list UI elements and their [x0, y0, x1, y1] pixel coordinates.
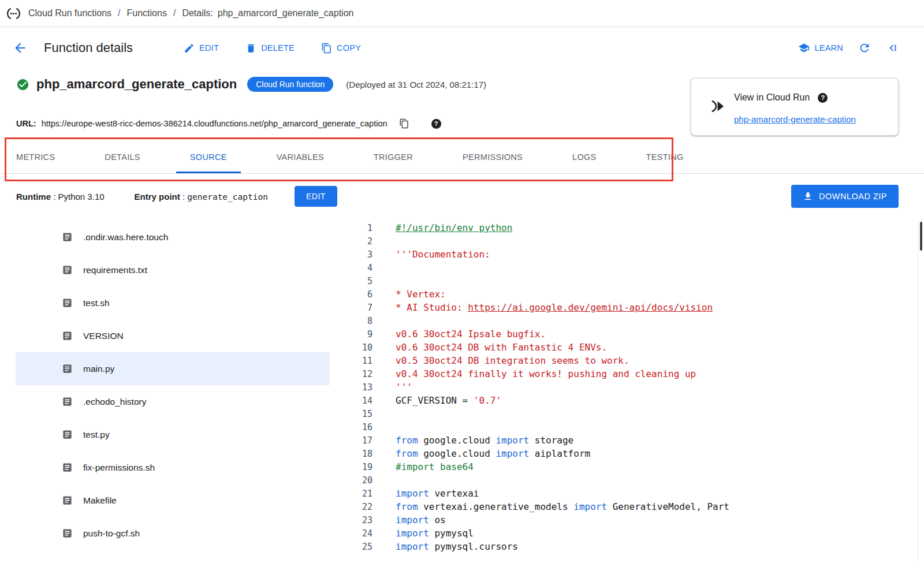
source-toolbar: Runtime : Python 3.10 Entry point : gene…: [0, 174, 924, 218]
code-line: 7* AI Studio: https://ai.google.dev/gemi…: [344, 301, 924, 314]
code-line: 24import pymysql: [344, 527, 924, 540]
deployed-timestamp: (Deployed at 31 Oct 2024, 08:21:17): [346, 80, 486, 90]
file-row[interactable]: test.sh: [16, 286, 330, 319]
code-text: v0.4 30oct24 finally it works! pushing a…: [396, 368, 696, 379]
header-actions: EDIT DELETE COPY: [184, 43, 361, 54]
file-row[interactable]: fix-permissions.sh: [16, 451, 330, 484]
tab-details[interactable]: DETAILS: [91, 143, 154, 173]
code-text: v0.6 30oct24 Ipsale bugfix.: [396, 329, 546, 340]
code-text: v0.6 30oct24 DB with Fantastic 4 ENVs.: [396, 342, 607, 353]
code-text: from google.cloud import storage: [396, 435, 573, 446]
delete-button[interactable]: DELETE: [245, 43, 295, 54]
file-row[interactable]: .ondir.was.here.touch: [16, 221, 330, 253]
tab-trigger[interactable]: TRIGGER: [360, 143, 427, 173]
line-number: 16: [344, 422, 372, 432]
pencil-icon: [184, 43, 195, 54]
download-zip-button[interactable]: DOWNLOAD ZIP: [791, 185, 899, 208]
line-number: 7: [344, 303, 372, 313]
url-help-icon[interactable]: ?: [431, 119, 441, 129]
file-row[interactable]: push-to-gcf.sh: [16, 517, 330, 550]
tab-metrics[interactable]: METRICS: [2, 143, 69, 173]
breadcrumb-functions[interactable]: Functions: [127, 8, 167, 18]
file-row[interactable]: requirements.txt: [16, 253, 330, 286]
code-line: 11v0.5 30oct24 DB integration seems to w…: [344, 354, 924, 367]
copy-button-label: COPY: [337, 43, 361, 53]
file-icon: [62, 462, 73, 473]
code-text: '''Documentation:: [396, 249, 490, 260]
file-name: .ondir.was.here.touch: [83, 232, 168, 243]
code-scrollbar-track[interactable]: [918, 219, 924, 562]
file-row[interactable]: main.py: [16, 352, 330, 385]
file-icon: [62, 429, 73, 440]
copy-icon: [321, 43, 332, 54]
breadcrumb-details-label: Details:: [182, 8, 213, 18]
header-row: Function details EDIT DELETE COPY LEARN: [0, 27, 924, 69]
tab-testing[interactable]: TESTING: [632, 143, 698, 173]
url-copy-icon[interactable]: [399, 118, 409, 129]
line-number: 15: [344, 409, 372, 419]
file-row[interactable]: test.py: [16, 418, 330, 451]
line-number: 6: [344, 289, 372, 300]
line-number: 8: [344, 316, 372, 326]
tab-logs[interactable]: LOGS: [558, 143, 610, 173]
url-value: https://europe-west8-ricc-demos-386214.c…: [42, 119, 388, 128]
learn-button[interactable]: LEARN: [798, 42, 843, 54]
tabs-row: METRICSDETAILSSOURCEVARIABLESTRIGGERPERM…: [0, 143, 924, 174]
function-title-row: php_amarcord_generate_caption Cloud Run …: [16, 77, 486, 92]
file-name: push-to-gcf.sh: [83, 528, 140, 539]
line-number: 14: [344, 396, 372, 406]
code-line: 20: [344, 473, 924, 487]
file-list: .ondir.was.here.touchrequirements.txttes…: [0, 218, 344, 563]
file-icon: [62, 396, 73, 407]
card-help-icon[interactable]: ?: [818, 93, 828, 103]
download-zip-label: DOWNLOAD ZIP: [819, 192, 887, 201]
code-text: v0.5 30oct24 DB integration seems to wor…: [396, 355, 629, 366]
code-line: 8: [344, 314, 924, 327]
copy-button[interactable]: COPY: [321, 43, 361, 54]
line-number: 13: [344, 382, 372, 393]
file-row[interactable]: .echodo_history: [16, 385, 330, 418]
code-line: 23import os: [344, 513, 924, 527]
line-number: 1: [344, 223, 372, 233]
code-text: import pymysql: [396, 528, 474, 539]
file-row[interactable]: VERSION: [16, 319, 330, 352]
breadcrumb-bar: Cloud Run functions / Functions / Detail…: [0, 0, 924, 27]
card-title: View in Cloud Run: [734, 92, 810, 103]
file-name: VERSION: [83, 331, 124, 341]
url-label: URL:: [16, 119, 36, 128]
tab-permissions[interactable]: PERMISSIONS: [449, 143, 536, 173]
tab-variables[interactable]: VARIABLES: [263, 143, 338, 173]
entry-point-value: generate_caption: [187, 192, 268, 202]
edit-button-label: EDIT: [199, 43, 219, 53]
code-line: 25import pymysql.cursors: [344, 540, 924, 553]
line-number: 25: [344, 542, 372, 552]
code-line: 22from vertexai.generative_models import…: [344, 500, 924, 513]
source-main: .ondir.was.here.touchrequirements.txttes…: [0, 218, 924, 563]
collapse-panel-button[interactable]: [886, 42, 899, 54]
file-row[interactable]: Makefile: [16, 484, 330, 517]
code-text: * AI Studio: https://ai.google.dev/gemin…: [396, 302, 713, 313]
code-line: 14GCF_VERSION = '0.7': [344, 394, 924, 407]
tab-source[interactable]: SOURCE: [176, 143, 241, 173]
breadcrumb-product[interactable]: Cloud Run functions: [28, 8, 111, 18]
code-scrollbar-thumb[interactable]: [920, 222, 922, 251]
learn-icon: [798, 42, 810, 54]
line-number: 18: [344, 449, 372, 459]
edit-button[interactable]: EDIT: [184, 43, 219, 54]
header-right-actions: LEARN: [798, 42, 899, 54]
code-text: import vertexai: [396, 488, 479, 499]
code-line: 3'''Documentation:: [344, 248, 924, 261]
back-arrow-button[interactable]: [13, 40, 28, 55]
file-icon: [62, 232, 73, 243]
code-text: * Vertex:: [396, 289, 446, 300]
refresh-button[interactable]: [858, 42, 871, 54]
page: Cloud Run functions / Functions / Detail…: [0, 0, 924, 563]
entry-point-separator: :: [182, 192, 185, 202]
breadcrumb-separator: /: [173, 8, 176, 18]
line-number: 10: [344, 342, 372, 353]
source-edit-button[interactable]: EDIT: [295, 186, 337, 207]
card-title-row: View in Cloud Run ?: [734, 92, 828, 103]
line-number: 2: [344, 236, 372, 247]
download-icon: [803, 191, 813, 202]
cloud-run-service-link[interactable]: php-amarcord-generate-caption: [734, 114, 856, 124]
